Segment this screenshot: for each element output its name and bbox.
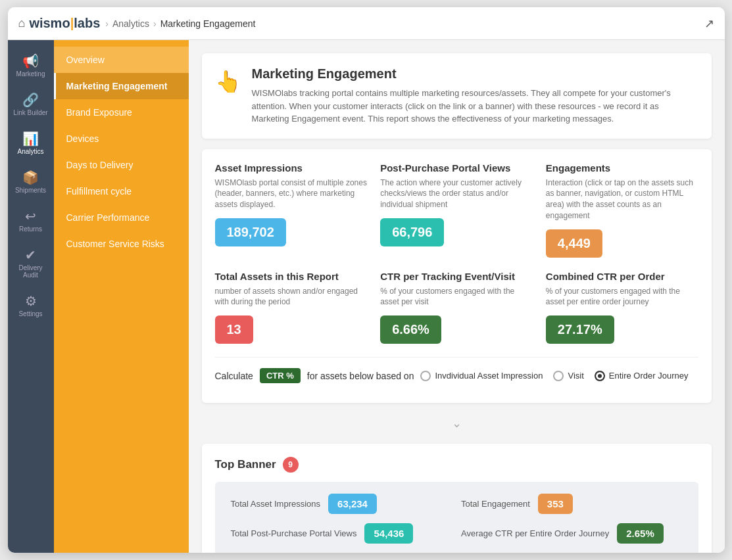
- chevron-down-icon: ⌄: [202, 413, 712, 433]
- page-title: Marketing Engagement: [252, 66, 698, 82]
- banner-stat-total-engagement-label: Total Engagement: [461, 499, 530, 509]
- page-header-card: 👆 Marketing Engagement WISMOlabs trackin…: [202, 53, 712, 139]
- page-description: WISMOlabs tracking portal contains multi…: [252, 87, 698, 126]
- banner-stat-post-purchase: Total Post-Purchase Portal Views 54,436: [231, 523, 452, 544]
- top-banner-card: Top Banner 9 Total Asset Impressions 63,…: [202, 444, 712, 553]
- shipments-icon: 📦: [22, 171, 39, 184]
- radio-visit-label: Visit: [568, 371, 583, 381]
- stat-total-assets-title: Total Assets in this Report: [215, 271, 368, 282]
- stat-engagements: Engagements Interaction (click or tap on…: [546, 162, 698, 258]
- top-banner-header: Top Banner 9: [215, 457, 698, 473]
- radio-individual[interactable]: Invdividual Asset Impression: [420, 371, 543, 381]
- returns-label: Returns: [19, 225, 42, 233]
- stat-asset-impressions-value: 189,702: [215, 218, 286, 246]
- stat-asset-impressions-title: Asset Impressions: [215, 162, 368, 174]
- banner-stat-post-purchase-label: Total Post-Purchase Portal Views: [231, 528, 357, 538]
- radio-group: Invdividual Asset Impression Visit Entir…: [420, 371, 688, 381]
- stat-asset-impressions-desc: WISMOlasb portal consist of multiple zon…: [215, 177, 368, 210]
- calculate-middle: for assets below based on: [307, 371, 414, 381]
- stat-combined-ctr-title: Combined CTR per Order: [546, 271, 698, 282]
- settings-label: Settings: [18, 310, 42, 317]
- stat-ctr-tracking: CTR per Tracking Event/Visit % of your c…: [380, 271, 533, 344]
- radio-entire-order-label: Entire Order Journey: [609, 371, 689, 381]
- logo-text: wismo|labs: [29, 16, 100, 31]
- radio-entire-order[interactable]: Entire Order Journey: [595, 371, 689, 381]
- banner-stat-avg-ctr-value: 2.65%: [617, 523, 664, 544]
- stat-post-purchase: Post-Purchase Portal Views The action wh…: [380, 162, 533, 258]
- app-window: ⌂ wismo|labs › Analytics › Marketing Eng…: [8, 7, 725, 553]
- stat-post-purchase-title: Post-Purchase Portal Views: [380, 162, 533, 174]
- sidebar-item-shipments[interactable]: 📦 Shipments: [8, 163, 54, 202]
- banner-stat-total-impressions-value: 63,234: [328, 494, 377, 514]
- stats-grid: Asset Impressions WISMOlasb portal consi…: [215, 162, 698, 344]
- banner-stat-total-engagement-value: 353: [538, 494, 573, 514]
- stat-engagements-desc: Interaction (click or tap on the assets …: [546, 177, 698, 222]
- stat-post-purchase-desc: The action where your customer actively …: [380, 177, 533, 210]
- shipments-label: Shipments: [15, 187, 46, 194]
- breadcrumb-current: Marketing Engagement: [160, 18, 256, 29]
- nav-brand-exposure[interactable]: Brand Exposure: [54, 99, 189, 126]
- nav-fulfillment-cycle[interactable]: Fulfillment cycle: [54, 178, 189, 204]
- radio-individual-circle: [420, 371, 431, 381]
- sidebar-icons: 📢 Marketing 🔗 Link Builder 📊 Analytics 📦…: [8, 40, 54, 553]
- nav-customer-service-risks[interactable]: Customer Service Risks: [54, 231, 189, 257]
- radio-visit[interactable]: Visit: [553, 371, 583, 381]
- topbar-logo: ⌂ wismo|labs: [18, 16, 101, 31]
- top-banner-count: 9: [283, 457, 299, 473]
- banner-stats-box: Total Asset Impressions 63,234 Total Eng…: [215, 482, 698, 553]
- delivery-audit-label: Delivery Audit: [13, 264, 49, 279]
- ctr-badge[interactable]: CTR %: [260, 368, 301, 383]
- banner-stat-total-engagement: Total Engagement 353: [461, 494, 683, 514]
- stat-combined-ctr: Combined CTR per Order % of your custome…: [546, 271, 698, 344]
- breadcrumb-analytics[interactable]: Analytics: [112, 18, 149, 29]
- top-banner-title: Top Banner: [215, 458, 276, 471]
- sidebar-item-settings[interactable]: ⚙ Settings: [8, 287, 54, 325]
- sidebar-item-returns[interactable]: ↩ Returns: [8, 202, 54, 241]
- topbar: ⌂ wismo|labs › Analytics › Marketing Eng…: [8, 7, 725, 40]
- main-layout: 📢 Marketing 🔗 Link Builder 📊 Analytics 📦…: [8, 40, 725, 553]
- content-area: 👆 Marketing Engagement WISMOlabs trackin…: [189, 40, 725, 553]
- home-icon[interactable]: ⌂: [18, 16, 26, 30]
- stat-asset-impressions: Asset Impressions WISMOlasb portal consi…: [215, 162, 368, 258]
- marketing-icon: 📢: [22, 55, 39, 68]
- stat-total-assets-desc: number of assets shown and/or engaged wi…: [215, 286, 368, 308]
- stat-ctr-tracking-value: 6.66%: [380, 315, 441, 344]
- sidebar-item-marketing[interactable]: 📢 Marketing: [8, 47, 54, 85]
- radio-individual-label: Invdividual Asset Impression: [435, 371, 543, 381]
- page-header-icon: 👆: [215, 69, 241, 94]
- export-icon[interactable]: ↗: [704, 16, 714, 31]
- sidebar-item-delivery-audit[interactable]: ✔ Delivery Audit: [8, 241, 54, 287]
- link-builder-icon: 🔗: [22, 93, 39, 106]
- banner-stat-avg-ctr-label: Average CTR per Entire Order Journey: [461, 528, 609, 538]
- sidebar-nav: Overview Marketing Engagement Brand Expo…: [54, 40, 189, 553]
- delivery-audit-icon: ✔: [25, 248, 36, 262]
- banner-stat-avg-ctr: Average CTR per Entire Order Journey 2.6…: [461, 523, 683, 544]
- nav-marketing-engagement[interactable]: Marketing Engagement: [54, 73, 189, 99]
- radio-visit-circle: [553, 371, 564, 381]
- banner-stat-post-purchase-value: 54,436: [364, 523, 413, 544]
- nav-overview[interactable]: Overview: [54, 47, 189, 73]
- analytics-label: Analytics: [17, 148, 43, 155]
- sidebar-item-link-builder[interactable]: 🔗 Link Builder: [8, 85, 54, 124]
- stats-card: Asset Impressions WISMOlasb portal consi…: [202, 149, 712, 404]
- stat-post-purchase-value: 66,796: [380, 218, 444, 246]
- breadcrumb-sep2: ›: [153, 18, 157, 29]
- nav-days-to-delivery[interactable]: Days to Delivery: [54, 152, 189, 178]
- radio-entire-order-circle: [595, 371, 605, 381]
- nav-carrier-performance[interactable]: Carrier Performance: [54, 204, 189, 231]
- page-header: 👆 Marketing Engagement WISMOlabs trackin…: [215, 66, 698, 126]
- breadcrumb: › Analytics › Marketing Engagement: [105, 18, 255, 29]
- marketing-label: Marketing: [16, 70, 45, 78]
- link-builder-label: Link Builder: [13, 109, 47, 116]
- sidebar-item-analytics[interactable]: 📊 Analytics: [8, 124, 54, 163]
- stat-engagements-title: Engagements: [546, 162, 698, 174]
- stat-combined-ctr-desc: % of your customers engaged with the ass…: [546, 286, 698, 308]
- stat-total-assets-value: 13: [215, 315, 253, 344]
- nav-devices[interactable]: Devices: [54, 126, 189, 152]
- banner-stat-total-impressions: Total Asset Impressions 63,234: [231, 494, 452, 514]
- stat-ctr-tracking-desc: % of your customers engaged with the ass…: [380, 286, 533, 308]
- banner-stat-total-impressions-label: Total Asset Impressions: [231, 499, 321, 509]
- analytics-icon: 📊: [22, 132, 39, 145]
- stat-engagements-value: 4,449: [546, 229, 602, 258]
- breadcrumb-sep1: ›: [105, 18, 109, 29]
